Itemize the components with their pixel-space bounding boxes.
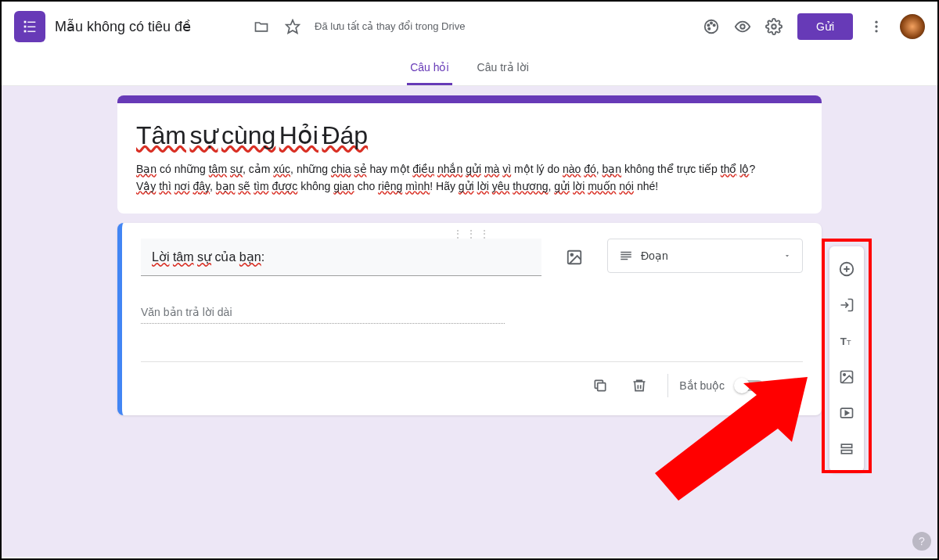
answer-placeholder: Văn bản trả lời dài <box>141 298 505 324</box>
svg-rect-3 <box>27 27 35 27</box>
svg-rect-20 <box>621 254 631 256</box>
svg-rect-21 <box>621 257 631 258</box>
svg-point-10 <box>711 22 712 23</box>
save-status-text: Đã lưu tất cả thay đổi trong Drive <box>315 20 465 34</box>
preview-icon[interactable] <box>727 11 758 42</box>
question-type-select[interactable]: Đoạn <box>607 239 803 273</box>
form-header-card[interactable]: Tâm sự cùng Hỏi Đáp Bạn có những tâm sự,… <box>117 95 822 214</box>
svg-point-8 <box>707 24 709 26</box>
send-button[interactable]: Gửi <box>797 13 853 40</box>
annotation-arrow-icon <box>643 368 815 501</box>
user-avatar[interactable] <box>900 14 925 39</box>
star-icon[interactable] <box>277 11 308 42</box>
app-header: Đã lưu tất cả thay đổi trong Drive Gửi <box>2 2 937 52</box>
chevron-down-icon <box>783 252 791 260</box>
tab-questions[interactable]: Câu hỏi <box>407 52 452 85</box>
svg-rect-22 <box>621 259 628 260</box>
svg-rect-19 <box>621 252 631 253</box>
svg-marker-6 <box>286 20 300 34</box>
svg-rect-1 <box>27 22 35 23</box>
canvas: Tâm sự cùng Hỏi Đáp Bạn có những tâm sự,… <box>2 86 937 557</box>
svg-point-18 <box>570 254 573 257</box>
svg-rect-4 <box>24 31 27 33</box>
svg-point-14 <box>875 21 877 23</box>
form-description[interactable]: Bạn có những tâm sự, cảm xúc, những chia… <box>136 161 803 195</box>
form-title[interactable]: Tâm sự cùng Hỏi Đáp <box>136 120 803 150</box>
svg-rect-5 <box>27 31 35 32</box>
svg-rect-0 <box>24 21 27 23</box>
settings-icon[interactable] <box>758 11 790 42</box>
svg-rect-2 <box>24 26 27 28</box>
paragraph-icon <box>619 249 633 263</box>
form-title-input[interactable] <box>55 19 236 35</box>
svg-rect-23 <box>598 383 606 391</box>
svg-point-12 <box>740 24 745 29</box>
annotation-red-box <box>822 239 872 473</box>
tabs-bar: Câu hỏi Câu trả lời <box>2 52 937 86</box>
type-label: Đoạn <box>641 249 668 262</box>
svg-point-13 <box>772 24 776 29</box>
svg-point-15 <box>875 25 877 27</box>
move-to-folder-icon[interactable] <box>246 11 277 42</box>
drag-handle-icon[interactable]: ⋮⋮⋮ <box>452 228 492 240</box>
add-image-icon[interactable] <box>556 239 593 276</box>
help-icon[interactable]: ? <box>912 532 931 551</box>
forms-logo[interactable] <box>14 11 45 42</box>
svg-point-16 <box>875 30 877 32</box>
tab-responses[interactable]: Câu trả lời <box>474 52 532 85</box>
question-input[interactable]: Lời tâm sự của bạn: <box>141 239 541 276</box>
customize-theme-icon[interactable] <box>696 11 727 42</box>
more-icon[interactable] <box>861 11 892 42</box>
svg-point-11 <box>708 28 710 30</box>
svg-point-9 <box>714 24 715 26</box>
duplicate-icon[interactable] <box>583 368 617 403</box>
